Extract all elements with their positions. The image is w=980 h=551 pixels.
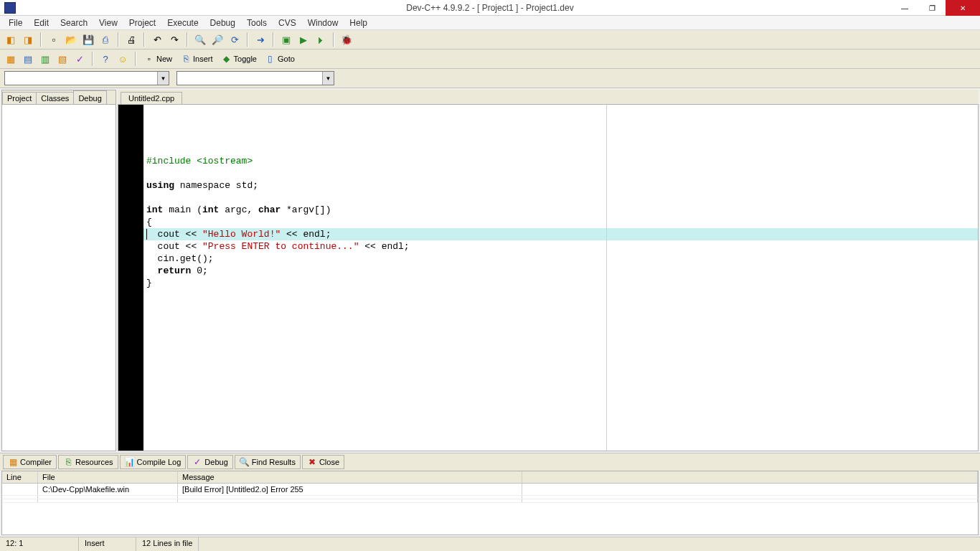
class-browser-row: ▼ ▼: [0, 69, 980, 88]
tab-resources[interactable]: ⎘Resources: [58, 455, 118, 469]
col-file[interactable]: File: [38, 471, 178, 483]
menubar: File Edit Search View Project Execute De…: [0, 16, 980, 30]
debug-icon[interactable]: 🐞: [339, 32, 354, 47]
close-icon: ✖: [307, 457, 317, 467]
save-all-icon[interactable]: ⎙: [98, 32, 113, 47]
project-panel-tabs: Project Classes Debug: [2, 90, 116, 105]
grid-view-icon[interactable]: ▦: [3, 51, 19, 67]
titlebar: Dev-C++ 4.9.9.2 - [ Project1 ] - Project…: [0, 0, 980, 16]
row-extra: [522, 484, 978, 495]
window-title: Dev-C++ 4.9.9.2 - [ Project1 ] - Project…: [406, 3, 573, 13]
status-lines: 12 Lines in file: [136, 537, 199, 551]
chart-icon: 📊: [125, 457, 135, 467]
help-icon[interactable]: ?: [98, 51, 113, 67]
find-icon[interactable]: 🔍: [192, 32, 208, 47]
toggle-button[interactable]: ◆Toggle: [218, 51, 260, 67]
col-message[interactable]: Message: [178, 471, 522, 483]
maximize-button[interactable]: ❐: [918, 0, 946, 16]
about-icon[interactable]: ☺: [115, 51, 131, 67]
dropdown-icon: ▼: [157, 72, 169, 85]
app-icon: [4, 2, 16, 14]
menu-file[interactable]: File: [3, 17, 28, 29]
project-panel: Project Classes Debug: [1, 90, 116, 451]
close-button[interactable]: ✕: [946, 0, 980, 16]
toggle-label: Toggle: [234, 55, 257, 63]
menu-cvs[interactable]: CVS: [273, 17, 302, 29]
editor[interactable]: #include <iostream> using namespace std;…: [118, 104, 979, 451]
menu-view[interactable]: View: [93, 17, 123, 29]
list-view-icon[interactable]: ▤: [20, 51, 36, 67]
check-icon: ✓: [192, 457, 202, 467]
editor-tabs: Untitled2.cpp: [118, 90, 979, 104]
editor-tab-untitled2[interactable]: Untitled2.cpp: [121, 92, 182, 104]
redo-icon[interactable]: ↷: [166, 32, 182, 47]
toolbar-secondary: ▦ ▤ ▥ ▧ ✓ ? ☺ ▫New ⎘Insert ◆Toggle ▯Goto: [0, 50, 980, 69]
insert-label: Insert: [193, 55, 213, 63]
check-icon[interactable]: ✓: [72, 51, 88, 67]
menu-edit[interactable]: Edit: [28, 17, 55, 29]
detail-view-icon[interactable]: ▧: [55, 51, 70, 67]
output-header: Line File Message: [2, 471, 978, 484]
find-icon: 🔍: [240, 457, 250, 467]
new-project-icon[interactable]: ◧: [3, 32, 19, 47]
new-label: New: [156, 55, 172, 63]
save-icon[interactable]: 💾: [80, 32, 96, 47]
col-line[interactable]: Line: [2, 471, 38, 483]
status-mode: Insert: [79, 537, 136, 551]
output-row[interactable]: C:\Dev-Cpp\Makefile.win [Build Error] [U…: [2, 484, 978, 496]
open-project-icon[interactable]: ◨: [20, 32, 36, 47]
goto-label: Goto: [278, 55, 295, 63]
col-extra[interactable]: [522, 471, 978, 483]
grid-icon: ▦: [8, 457, 18, 467]
print-icon[interactable]: 🖨: [123, 32, 139, 47]
replace-icon[interactable]: 🔎: [209, 32, 225, 47]
menu-window[interactable]: Window: [302, 17, 344, 29]
row-message: [Build Error] [Untitled2.o] Error 255: [178, 484, 522, 495]
open-file-icon[interactable]: 📂: [63, 32, 79, 47]
output-row-empty: [2, 499, 978, 503]
menu-search[interactable]: Search: [55, 17, 93, 29]
compiler-output-panel: Line File Message C:\Dev-Cpp\Makefile.wi…: [1, 471, 979, 535]
editor-gutter: [118, 105, 143, 451]
minimize-button[interactable]: —: [891, 0, 918, 16]
tab-compile-log[interactable]: 📊Compile Log: [120, 455, 187, 469]
menu-debug[interactable]: Debug: [204, 17, 241, 29]
goto-line-icon[interactable]: ➜: [253, 32, 268, 47]
statusbar: 12: 1 Insert 12 Lines in file: [0, 537, 980, 551]
tab-debug[interactable]: Debug: [73, 90, 106, 104]
tab-compiler[interactable]: ▦Compiler: [3, 455, 57, 469]
tab-close[interactable]: ✖Close: [302, 455, 344, 469]
function-combo[interactable]: ▼: [176, 71, 334, 85]
menu-execute[interactable]: Execute: [161, 17, 204, 29]
status-cursor-pos: 12: 1: [0, 537, 79, 551]
run-icon[interactable]: ▶: [296, 32, 311, 47]
tab-debug-output[interactable]: ✓Debug: [187, 455, 232, 469]
code-view[interactable]: #include <iostream> using namespace std;…: [143, 105, 978, 451]
goto-button[interactable]: ▯Goto: [262, 51, 298, 67]
dropdown-icon: ▼: [322, 72, 334, 85]
tile-view-icon[interactable]: ▥: [37, 51, 53, 67]
editor-area: Untitled2.cpp #include <iostream> using …: [118, 90, 979, 451]
undo-icon[interactable]: ↶: [149, 32, 165, 47]
main-area: Project Classes Debug Untitled2.cpp #inc…: [0, 88, 980, 453]
window-controls: — ❐ ✕: [891, 0, 980, 16]
project-panel-body: [2, 105, 116, 451]
toolbar-main: ◧ ◨ ▫ 📂 💾 ⎙ 🖨 ↶ ↷ 🔍 🔎 ⟳ ➜ ▣ ▶ ⏵ 🐞: [0, 30, 980, 50]
menu-project[interactable]: Project: [123, 17, 161, 29]
find-again-icon[interactable]: ⟳: [227, 32, 242, 47]
tab-find-results[interactable]: 🔍Find Results: [235, 455, 301, 469]
copy-icon: ⎘: [63, 457, 73, 467]
menu-help[interactable]: Help: [344, 17, 373, 29]
tab-project[interactable]: Project: [2, 92, 37, 104]
new-file-icon[interactable]: ▫: [46, 32, 62, 47]
class-combo[interactable]: ▼: [4, 71, 169, 85]
output-tabs: ▦Compiler ⎘Resources 📊Compile Log ✓Debug…: [0, 453, 980, 471]
new-button[interactable]: ▫New: [141, 51, 176, 67]
row-file: C:\Dev-Cpp\Makefile.win: [38, 484, 178, 495]
code-text: #include <iostream> using namespace std;…: [146, 155, 975, 289]
compile-icon[interactable]: ▣: [278, 32, 294, 47]
menu-tools[interactable]: Tools: [241, 17, 273, 29]
tab-classes[interactable]: Classes: [36, 92, 74, 104]
compile-run-icon[interactable]: ⏵: [313, 32, 329, 47]
insert-button[interactable]: ⎘Insert: [177, 51, 217, 67]
